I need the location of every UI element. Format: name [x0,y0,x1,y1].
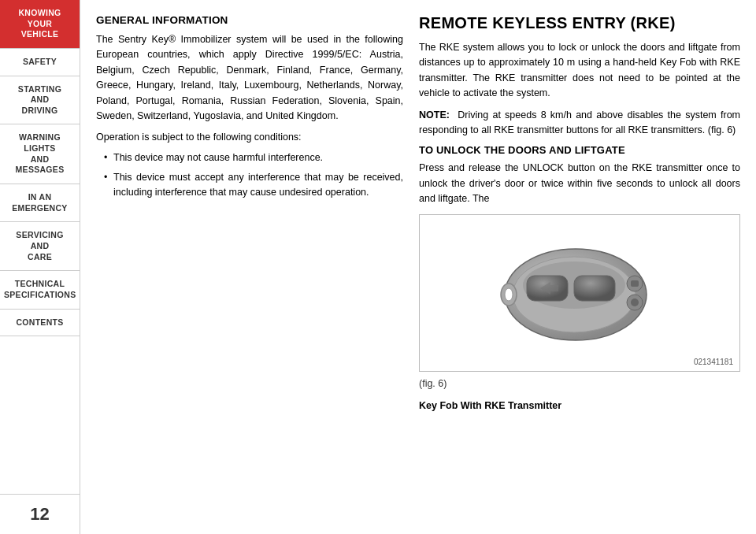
bullet-list: This device may not cause harmful interf… [96,150,403,201]
svg-rect-7 [631,280,639,287]
key-fob-label: Key Fob With RKE Transmitter [419,399,740,413]
sidebar-item-safety[interactable]: SAFETY [0,49,80,76]
list-item: This device may not cause harmful interf… [106,150,403,165]
rke-title: REMOTE KEYLESS ENTRY (RKE) [419,14,740,32]
right-column: REMOTE KEYLESS ENTRY (RKE) The RKE syste… [419,14,740,526]
sidebar-item-knowing-your-vehicle[interactable]: KNOWING YOUR VEHICLE [0,0,80,49]
sidebar-item-technical-specifications[interactable]: TECHNICAL SPECIFICATIONS [0,271,80,309]
rke-note: NOTE: Driving at speeds 8 km/h and above… [419,108,740,139]
unlock-doors-title: TO UNLOCK THE DOORS AND LIFTGATE [419,144,740,156]
key-fob-svg [497,238,662,348]
figure-number: 021341181 [694,358,733,366]
sidebar-item-servicing-and-care[interactable]: SERVICING AND CARE [0,222,80,271]
sidebar-item-contents[interactable]: CONTENTS [0,310,80,337]
unlock-doors-text: Press and release the UNLOCK button on t… [419,161,740,206]
key-fob-figure: 021341181 [419,214,740,372]
page-number: 12 [0,494,80,534]
sidebar-item-in-an-emergency[interactable]: IN AN EMERGENCY [0,184,80,222]
svg-rect-4 [574,276,615,301]
sidebar: KNOWING YOUR VEHICLE SAFETY STARTING AND… [0,0,80,534]
figure-caption: (fig. 6) [419,376,740,391]
general-info-body: The Sentry Key® Immobilizer system will … [96,32,403,124]
sidebar-item-starting-and-driving[interactable]: STARTING AND DRIVING [0,76,80,125]
left-column: GENERAL INFORMATION The Sentry Key® Immo… [96,14,403,526]
svg-point-10 [505,288,513,301]
main-content: GENERAL INFORMATION The Sentry Key® Immo… [80,0,756,534]
conditions-intro: Operation is subject to the following co… [96,130,403,145]
svg-point-8 [631,299,639,306]
note-text: Driving at speeds 8 km/h and above disab… [419,109,740,135]
rke-intro: The RKE system allows you to lock or unl… [419,40,740,102]
sidebar-item-warning-lights[interactable]: WARNING LIGHTS AND MESSAGES [0,124,80,184]
general-info-title: GENERAL INFORMATION [96,14,403,26]
note-label: NOTE: [419,109,450,121]
list-item: This device must accept any interference… [106,170,403,201]
